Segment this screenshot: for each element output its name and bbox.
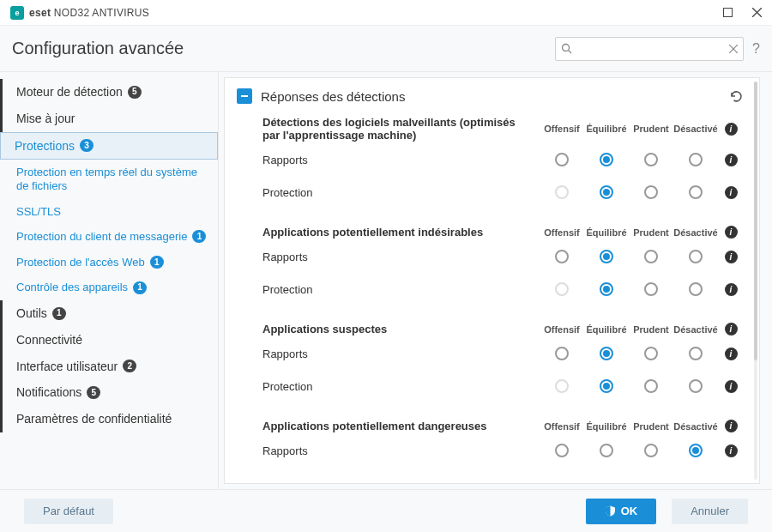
radio-option[interactable] (689, 379, 703, 393)
sidebar-badge: 1 (192, 230, 206, 243)
group-header: Applications potentiellement indésirable… (262, 226, 744, 239)
column-header: Équilibré (584, 124, 629, 134)
radio-option[interactable] (644, 185, 658, 199)
setting-label: Protection (262, 283, 540, 296)
scrollbar-thumb[interactable] (754, 82, 757, 360)
info-icon[interactable]: i (718, 323, 744, 336)
ok-button[interactable]: OK (586, 499, 657, 524)
radio-option[interactable] (555, 250, 569, 263)
radio-option[interactable] (644, 153, 658, 166)
group-title: Applications potentiellement indésirable… (262, 226, 540, 239)
info-icon[interactable]: i (718, 444, 744, 457)
info-icon[interactable]: i (718, 186, 744, 199)
svg-point-3 (563, 45, 570, 51)
sidebar-item[interactable]: Contrôle des appareils1 (0, 275, 218, 300)
setting-row: Rapportsi (262, 337, 744, 370)
search-icon (561, 43, 572, 54)
radio-option[interactable] (600, 250, 613, 263)
group-header: Détections des logiciels malveillants (o… (262, 116, 744, 142)
setting-row: Rapportsi (262, 143, 744, 176)
setting-label: Protection (262, 380, 540, 393)
radio-option[interactable] (689, 185, 703, 199)
window-maximize-button[interactable] (719, 4, 736, 21)
content-panel: Réponses des détectionsDétections des lo… (224, 77, 760, 484)
collapse-button[interactable] (237, 88, 252, 104)
setting-label: Protection (262, 186, 540, 199)
footer: Par défaut OK Annuler (0, 489, 772, 532)
setting-row: Protectioni (262, 176, 744, 209)
info-icon[interactable]: i (718, 283, 744, 296)
sidebar-item[interactable]: Notifications5 (0, 379, 218, 406)
search-input[interactable] (572, 43, 729, 55)
info-icon[interactable]: i (718, 251, 744, 263)
sidebar-item[interactable]: Mise à jour (0, 106, 218, 132)
info-icon[interactable]: i (718, 420, 744, 432)
undo-button[interactable] (728, 88, 744, 104)
info-icon[interactable]: i (718, 123, 744, 136)
radio-option[interactable] (600, 347, 613, 360)
radio-option[interactable] (644, 250, 658, 263)
radio-option[interactable] (689, 444, 703, 457)
sidebar-item[interactable]: Protection de l'accès Web1 (0, 250, 218, 275)
app-logo: e eset NOD32 ANTIVIRUS (10, 6, 149, 20)
radio-option[interactable] (689, 347, 703, 360)
column-header: Prudent (629, 421, 673, 432)
info-icon[interactable]: i (718, 154, 744, 166)
radio-option[interactable] (644, 282, 658, 296)
radio-option (555, 282, 569, 296)
sidebar: Moteur de détection5Mise à jourProtectio… (0, 72, 219, 489)
setting-row: Rapportsi (262, 240, 744, 273)
radio-option[interactable] (600, 379, 613, 393)
sidebar-item[interactable]: Connectivité (0, 327, 218, 354)
column-header: Équilibré (584, 324, 629, 335)
setting-label: Rapports (262, 348, 540, 360)
default-button[interactable]: Par défaut (24, 499, 113, 524)
radio-option[interactable] (600, 185, 613, 199)
brand-text: eset NOD32 ANTIVIRUS (29, 7, 149, 19)
radio-option[interactable] (644, 347, 658, 360)
help-button[interactable]: ? (752, 41, 760, 57)
sidebar-item-label: Protection en temps réel du système de f… (16, 166, 208, 192)
radio-option[interactable] (644, 379, 658, 393)
info-icon[interactable]: i (718, 226, 744, 239)
radio-option[interactable] (555, 444, 569, 457)
column-header: Offensif (540, 227, 584, 238)
radio-option[interactable] (644, 444, 658, 457)
shield-icon (605, 505, 616, 517)
window-close-button[interactable] (748, 4, 765, 21)
radio-option[interactable] (689, 250, 703, 263)
sidebar-item[interactable]: Paramètres de confidentialité (0, 406, 218, 432)
svg-rect-0 (723, 9, 732, 17)
sidebar-item-label: Contrôle des appareils (16, 281, 128, 294)
scrollbar[interactable] (754, 82, 757, 480)
sidebar-badge: 1 (52, 307, 66, 320)
sidebar-item[interactable]: Moteur de détection5 (0, 79, 218, 106)
sidebar-item[interactable]: Protections3 (0, 132, 218, 160)
radio-option[interactable] (600, 444, 613, 457)
sidebar-item-label: Protection du client de messagerie (16, 230, 187, 244)
info-icon[interactable]: i (718, 348, 744, 360)
sidebar-item-label: SSL/TLS (16, 205, 61, 219)
search-box[interactable] (555, 37, 744, 61)
radio-option[interactable] (689, 153, 703, 166)
column-header: Désactivé (673, 227, 718, 238)
radio-option[interactable] (600, 153, 613, 166)
sidebar-item-label: Outils (16, 306, 47, 321)
sidebar-badge: 2 (123, 360, 136, 372)
radio-option[interactable] (689, 282, 703, 296)
sidebar-badge: 3 (80, 139, 93, 152)
sidebar-item[interactable]: Outils1 (0, 300, 218, 327)
sidebar-item[interactable]: Interface utilisateur2 (0, 354, 218, 380)
radio-option[interactable] (555, 153, 569, 166)
sidebar-item[interactable]: Protection en temps réel du système de f… (0, 160, 218, 198)
column-header: Désactivé (673, 324, 718, 335)
radio-option[interactable] (555, 347, 569, 360)
sidebar-item-label: Mise à jour (16, 112, 75, 126)
sidebar-item[interactable]: Protection du client de messagerie1 (0, 224, 218, 250)
sidebar-item-label: Connectivité (16, 333, 82, 348)
radio-option[interactable] (600, 282, 613, 296)
cancel-button[interactable]: Annuler (672, 499, 748, 524)
clear-search-icon[interactable] (729, 45, 738, 53)
sidebar-item[interactable]: SSL/TLS (0, 199, 218, 225)
info-icon[interactable]: i (718, 380, 744, 393)
